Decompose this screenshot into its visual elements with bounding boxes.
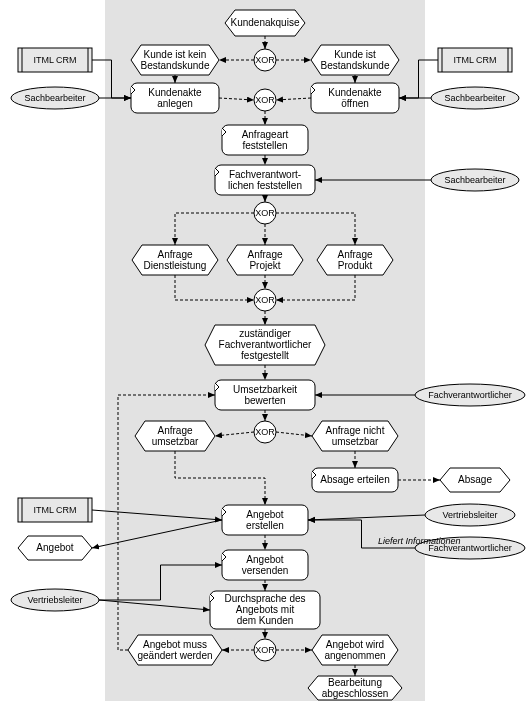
svg-text:bewerten: bewerten: [244, 395, 285, 406]
svg-text:Kunde ist kein: Kunde ist kein: [144, 49, 207, 60]
svg-text:lichen feststellen: lichen feststellen: [228, 180, 302, 191]
svg-text:Angebot muss: Angebot muss: [143, 639, 207, 650]
svg-text:XOR: XOR: [255, 645, 275, 655]
svg-text:Fachverantwortlicher: Fachverantwortlicher: [219, 339, 312, 350]
node-e_zustaendig: zuständigerFachverantwortlicherfestgeste…: [205, 325, 325, 365]
svg-text:umsetzbar: umsetzbar: [332, 436, 379, 447]
svg-text:dem Kunden: dem Kunden: [237, 615, 294, 626]
node-f_anfrageart: Anfrageartfeststellen: [222, 125, 308, 155]
svg-text:ITML CRM: ITML CRM: [33, 505, 76, 515]
svg-text:Absage: Absage: [458, 474, 492, 485]
node-x3: XOR: [254, 202, 276, 224]
svg-text:Fachverantwort-: Fachverantwort-: [229, 169, 301, 180]
node-x2: XOR: [254, 89, 276, 111]
svg-text:feststellen: feststellen: [242, 140, 287, 151]
svg-text:versenden: versenden: [242, 565, 289, 576]
node-x5: XOR: [254, 421, 276, 443]
svg-text:Sachbearbeiter: Sachbearbeiter: [444, 93, 505, 103]
node-f_umsetz: Umsetzbarkeitbewerten: [215, 380, 315, 410]
svg-text:Bestandskunde: Bestandskunde: [321, 60, 390, 71]
node-f_absage: Absage erteilen: [312, 468, 398, 492]
svg-text:Angebot: Angebot: [246, 509, 283, 520]
svg-text:Bearbeitung: Bearbeitung: [328, 677, 382, 688]
node-e_angenommen: Angebot wirdangenommen: [312, 635, 398, 665]
svg-text:Dienstleistung: Dienstleistung: [144, 260, 207, 271]
svg-text:XOR: XOR: [255, 427, 275, 437]
svg-text:ITML CRM: ITML CRM: [453, 55, 496, 65]
svg-text:Anfrage nicht: Anfrage nicht: [326, 425, 385, 436]
node-o_sach_r1: Sachbearbeiter: [431, 87, 519, 109]
epk-diagram: KundenakquiseXORKunde ist keinBestandsku…: [0, 0, 530, 701]
node-e_best: Kunde istBestandskunde: [311, 45, 399, 75]
node-o_sach_l1: Sachbearbeiter: [11, 87, 99, 109]
node-x4: XOR: [254, 289, 276, 311]
svg-text:Umsetzbarkeit: Umsetzbarkeit: [233, 384, 297, 395]
svg-text:XOR: XOR: [255, 295, 275, 305]
node-f_durchsprache: Durchsprache desAngebots mitdem Kunden: [210, 591, 320, 629]
svg-text:Anfrage: Anfrage: [157, 425, 192, 436]
node-o_sach_r2: Sachbearbeiter: [431, 169, 519, 191]
svg-text:Angebot: Angebot: [246, 554, 283, 565]
annotation: Liefert Informationen: [378, 536, 461, 546]
svg-text:XOR: XOR: [255, 95, 275, 105]
node-f_angebot_versenden: Angebotversenden: [222, 550, 308, 580]
svg-text:Kunde ist: Kunde ist: [334, 49, 376, 60]
svg-text:Kundenakquise: Kundenakquise: [231, 17, 300, 28]
svg-text:umsetzbar: umsetzbar: [152, 436, 199, 447]
svg-text:festgestellt: festgestellt: [241, 350, 289, 361]
node-s_itml_r1: ITML CRM: [438, 48, 512, 72]
node-s_itml_l2: ITML CRM: [18, 498, 92, 522]
svg-text:XOR: XOR: [255, 208, 275, 218]
svg-text:Absage erteilen: Absage erteilen: [320, 474, 390, 485]
svg-text:Vertriebsleiter: Vertriebsleiter: [27, 595, 82, 605]
svg-text:Projekt: Projekt: [249, 260, 280, 271]
svg-text:anlegen: anlegen: [157, 98, 193, 109]
svg-text:Sachbearbeiter: Sachbearbeiter: [24, 93, 85, 103]
svg-text:zuständiger: zuständiger: [239, 328, 291, 339]
node-e_numsetzbar: Anfrage nichtumsetzbar: [312, 421, 398, 451]
svg-text:abgeschlossen: abgeschlossen: [322, 688, 389, 699]
node-e_anf_prd: AnfrageProdukt: [317, 245, 393, 275]
node-f_angebot_erstellen: Angeboterstellen: [222, 505, 308, 535]
svg-text:Produkt: Produkt: [338, 260, 373, 271]
node-f_fachver: Fachverantwort-lichen feststellen: [215, 165, 315, 195]
svg-text:Kundenakte: Kundenakte: [148, 87, 202, 98]
svg-text:Fachverantwortlicher: Fachverantwortlicher: [428, 390, 512, 400]
node-e_kein_best: Kunde ist keinBestandskunde: [131, 45, 219, 75]
svg-text:Sachbearbeiter: Sachbearbeiter: [444, 175, 505, 185]
svg-text:Kundenakte: Kundenakte: [328, 87, 382, 98]
node-e_geaendert: Angebot mussgeändert werden: [128, 635, 222, 665]
node-f_oeffnen: Kundenakteöffnen: [311, 83, 399, 113]
svg-text:angenommen: angenommen: [324, 650, 385, 661]
svg-text:öffnen: öffnen: [341, 98, 369, 109]
node-e_kundenakquise: Kundenakquise: [225, 10, 305, 36]
svg-text:Angebots mit: Angebots mit: [236, 604, 295, 615]
node-f_anlegen: Kundenakteanlegen: [131, 83, 219, 113]
svg-text:erstellen: erstellen: [246, 520, 284, 531]
node-e_anf_dl: AnfrageDienstleistung: [132, 245, 218, 275]
svg-text:Anfrage: Anfrage: [337, 249, 372, 260]
svg-text:Bestandskunde: Bestandskunde: [141, 60, 210, 71]
svg-text:XOR: XOR: [255, 55, 275, 65]
node-e_angebot_out: Angebot: [18, 536, 92, 560]
svg-text:Anfrage: Anfrage: [157, 249, 192, 260]
node-x1: XOR: [254, 49, 276, 71]
node-e_umsetzbar: Anfrageumsetzbar: [135, 421, 215, 451]
node-e_anf_prj: AnfrageProjekt: [227, 245, 303, 275]
node-o_vert_l: Vertriebsleiter: [11, 589, 99, 611]
node-o_fachver_r1: Fachverantwortlicher: [415, 384, 525, 406]
svg-text:Angebot: Angebot: [36, 542, 73, 553]
svg-text:Anfrage: Anfrage: [247, 249, 282, 260]
svg-text:Angebot wird: Angebot wird: [326, 639, 384, 650]
node-o_vert_r: Vertriebsleiter: [425, 504, 515, 526]
node-e_absage: Absage: [440, 468, 510, 492]
node-ann_liefert: Liefert Informationen: [378, 536, 461, 546]
svg-text:geändert werden: geändert werden: [137, 650, 212, 661]
node-x6: XOR: [254, 639, 276, 661]
svg-text:ITML CRM: ITML CRM: [33, 55, 76, 65]
svg-text:Anfrageart: Anfrageart: [242, 129, 289, 140]
svg-text:Vertriebsleiter: Vertriebsleiter: [442, 510, 497, 520]
node-s_itml_l1: ITML CRM: [18, 48, 92, 72]
svg-text:Durchsprache des: Durchsprache des: [224, 593, 305, 604]
node-e_abgeschlossen: Bearbeitungabgeschlossen: [308, 676, 402, 700]
